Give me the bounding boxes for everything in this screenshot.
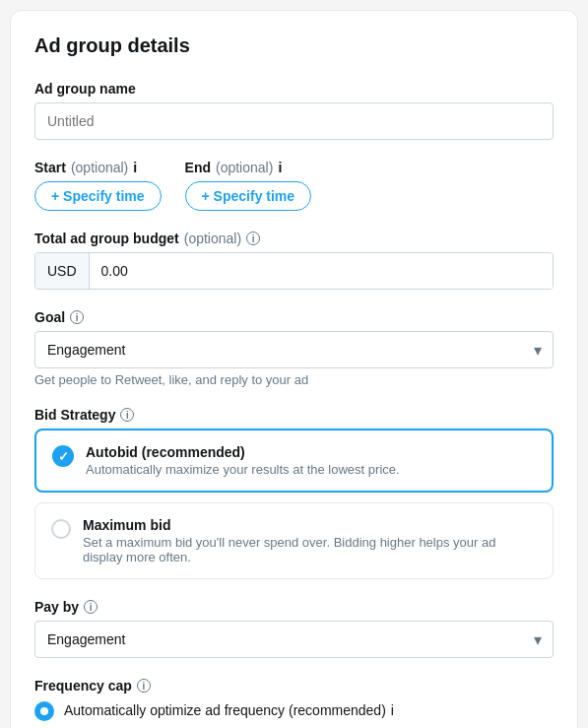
pay-by-select-wrapper: Engagement — [34, 621, 554, 658]
freq-auto-option[interactable]: Automatically optimize ad frequency (rec… — [34, 699, 554, 721]
frequency-cap-info-icon[interactable]: i — [137, 679, 151, 693]
bid-strategy-label: Bid Strategy i — [34, 407, 554, 423]
ad-group-details-card: Ad group details Ad group name Start (op… — [10, 10, 578, 728]
maximum-bid-desc: Set a maximum bid you'll never spend ove… — [83, 535, 537, 564]
budget-label: Total ad group budget (optional) i — [34, 231, 554, 246]
start-info-icon[interactable]: i — [133, 160, 137, 175]
frequency-cap-section: Frequency cap i Automatically optimize a… — [34, 678, 554, 728]
maximum-bid-title: Maximum bid — [83, 517, 537, 533]
autobid-desc: Automatically maximize your results at t… — [86, 462, 400, 477]
goal-helper-text: Get people to Retweet, like, and reply t… — [34, 372, 554, 387]
bid-strategy-section: Bid Strategy i Autobid (recommended) Aut… — [34, 407, 554, 579]
start-label: Start (optional) i — [34, 160, 162, 175]
autobid-option[interactable]: Autobid (recommended) Automatically maxi… — [34, 429, 554, 493]
start-specify-button[interactable]: + Specify time — [34, 181, 162, 211]
ad-group-name-label: Ad group name — [34, 81, 554, 97]
goal-section: Goal i Engagement Get people to Retweet,… — [34, 309, 554, 387]
pay-by-section: Pay by i Engagement — [34, 599, 554, 658]
goal-select[interactable]: Engagement — [34, 331, 554, 368]
page-title: Ad group details — [34, 34, 554, 57]
budget-info-icon[interactable]: i — [246, 232, 260, 245]
budget-input[interactable] — [90, 253, 553, 289]
end-section: End (optional) i + Specify time — [185, 160, 312, 211]
start-end-row: Start (optional) i + Specify time End (o… — [34, 160, 554, 211]
goal-select-wrapper: Engagement — [34, 331, 554, 368]
budget-section: Total ad group budget (optional) i USD — [34, 231, 554, 290]
end-specify-button[interactable]: + Specify time — [185, 181, 312, 211]
end-label: End (optional) i — [185, 160, 312, 175]
start-section: Start (optional) i + Specify time — [34, 160, 162, 211]
pay-by-select[interactable]: Engagement — [34, 621, 554, 658]
budget-input-row: USD — [34, 252, 554, 290]
freq-auto-label: Automatically optimize ad frequency (rec… — [64, 702, 394, 718]
goal-label: Goal i — [34, 309, 554, 325]
frequency-cap-label: Frequency cap i — [34, 678, 554, 694]
end-info-icon[interactable]: i — [278, 160, 282, 175]
maximum-bid-text: Maximum bid Set a maximum bid you'll nev… — [83, 517, 537, 564]
goal-info-icon[interactable]: i — [70, 310, 84, 324]
pay-by-label: Pay by i — [34, 599, 554, 615]
autobid-text: Autobid (recommended) Automatically maxi… — [86, 444, 400, 477]
ad-group-name-input[interactable] — [34, 102, 554, 140]
maximum-bid-option[interactable]: Maximum bid Set a maximum bid you'll nev… — [34, 502, 554, 579]
autobid-title: Autobid (recommended) — [86, 444, 400, 460]
maximum-bid-radio — [51, 519, 71, 539]
pay-by-info-icon[interactable]: i — [84, 600, 98, 614]
freq-auto-radio — [34, 701, 54, 721]
freq-auto-info-icon[interactable]: i — [391, 702, 394, 718]
ad-group-name-section: Ad group name — [34, 81, 554, 140]
autobid-check-icon — [52, 445, 74, 467]
budget-currency: USD — [35, 253, 90, 289]
bid-strategy-info-icon[interactable]: i — [120, 408, 134, 422]
